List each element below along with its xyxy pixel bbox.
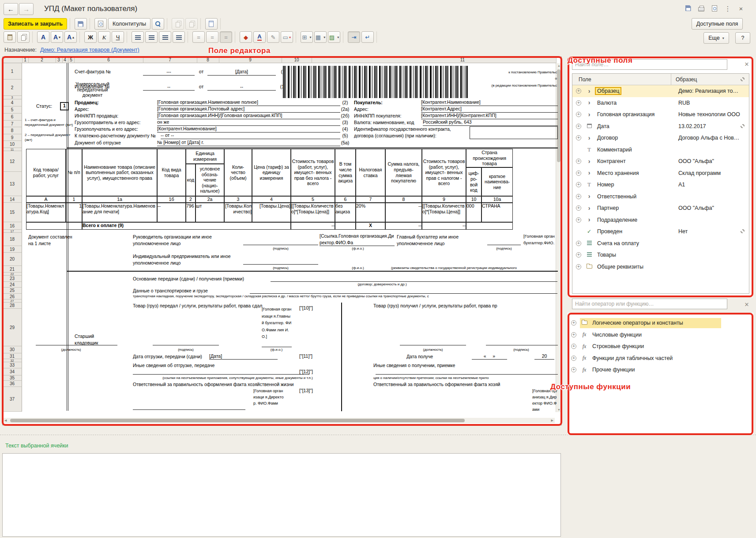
row-header-5[interactable]: 5 — [3, 106, 22, 114]
row-header[interactable]: 1234567891011121314151617181920212223242… — [3, 63, 22, 412]
format-copy-button[interactable] — [17, 31, 30, 43]
field-row-14[interactable]: +Счета на оплату — [572, 238, 749, 250]
insert-picture-button[interactable]: ▨▾ — [328, 31, 340, 43]
expand-plus-icon[interactable]: + — [576, 135, 581, 140]
field-label[interactable]: Место хранения — [597, 170, 639, 176]
copy-layout2-button[interactable] — [185, 18, 198, 30]
merge-cells-button[interactable]: ▦▾ — [314, 31, 327, 43]
column-header-4[interactable]: 4 — [64, 57, 66, 62]
field-row-15[interactable]: +Товары — [572, 249, 749, 261]
expand-plus-icon[interactable]: + — [576, 159, 581, 164]
row-header-34[interactable]: 34 — [3, 368, 22, 375]
print-icon[interactable] — [696, 5, 706, 13]
field-label[interactable]: Товары — [597, 252, 616, 258]
field-row-1[interactable]: +›ОбразецДемо: Реализация то… — [572, 85, 749, 97]
expand-plus-icon[interactable]: + — [571, 332, 576, 337]
expand-plus-icon[interactable]: + — [576, 252, 581, 258]
row-header-12[interactable]: 12 — [3, 151, 22, 172]
column-header-8[interactable]: 8 — [207, 57, 209, 62]
field-label[interactable]: Образец — [595, 87, 621, 95]
align-right-button[interactable] — [159, 31, 171, 43]
field-settings-icon[interactable] — [741, 123, 745, 129]
function-group-label[interactable]: Прочие функции — [592, 367, 635, 373]
function-group-5[interactable]: +fxПрочие функции — [568, 364, 753, 376]
column-header-11[interactable]: 11 — [460, 57, 465, 62]
field-row-12[interactable]: +›Подразделение — [572, 214, 749, 226]
row-header-31[interactable]: 31 — [3, 353, 22, 359]
scroll-right-icon[interactable]: ▶ — [551, 419, 553, 422]
row-header-32[interactable]: 32 — [3, 359, 22, 362]
field-search-input[interactable] — [572, 59, 727, 70]
field-label[interactable]: Номер — [597, 182, 614, 188]
field-row-11[interactable]: +›ПартнерООО "Альфа" — [572, 202, 749, 214]
expand-plus-icon[interactable]: + — [576, 264, 581, 269]
field-row-2[interactable]: +›ВалютаRUB — [572, 97, 749, 109]
row-header-13[interactable]: 13 — [3, 172, 22, 196]
function-group-2[interactable]: +fxЧисловые функции — [568, 329, 753, 341]
headers-footers-button[interactable]: Колонтитулы — [108, 18, 150, 30]
font-color-button[interactable]: А — [253, 31, 266, 43]
expand-plus-icon[interactable]: + — [576, 194, 581, 199]
scroll-up-icon[interactable]: ▲ — [557, 64, 560, 67]
fields-column-field[interactable]: Поле — [572, 74, 671, 85]
expand-plus-icon[interactable]: + — [576, 100, 581, 106]
function-group-label[interactable]: Функции для табличных частей — [592, 355, 673, 361]
row-header-7[interactable]: 7 — [3, 121, 22, 127]
cell-borders-button[interactable]: ⊞▾ — [301, 31, 313, 43]
row-header-29[interactable]: 29 — [3, 309, 22, 346]
align-justify-button[interactable] — [173, 31, 185, 43]
function-group-label[interactable]: Числовые функции — [592, 332, 642, 338]
row-header-2[interactable]: 2 — [3, 80, 22, 96]
column-header-1[interactable]: 1 — [24, 57, 26, 62]
valign-top-button[interactable]: = — [192, 31, 205, 43]
expand-plus-icon[interactable]: + — [576, 217, 581, 223]
row-header-11[interactable]: 11 — [3, 148, 22, 151]
horizontal-scrollbar[interactable]: ◀ ▶ — [3, 418, 555, 423]
expand-plus-icon[interactable]: + — [576, 241, 581, 246]
column-header-6[interactable]: 6 — [107, 57, 110, 62]
field-row-9[interactable]: +TНомерА1 — [572, 179, 749, 191]
row-header-23[interactable]: 23 — [3, 276, 22, 282]
function-group-3[interactable]: +fxСтроковые функции — [568, 341, 753, 352]
field-row-3[interactable]: +›Головная организацияНовые технологии О… — [572, 109, 749, 121]
row-header-25[interactable]: 25 — [3, 288, 22, 294]
clear-format-button[interactable]: ▭× — [281, 31, 293, 43]
row-header-6[interactable]: 6 — [3, 114, 22, 121]
field-row-4[interactable]: +Дата13.02.2017 — [572, 121, 749, 133]
bold-button[interactable]: Ж — [84, 31, 97, 43]
function-group-1[interactable]: +Логические операторы и константы — [568, 317, 753, 329]
row-header-16[interactable]: 16 — [3, 222, 22, 230]
field-label[interactable]: Партнер — [597, 205, 619, 211]
layout-editor-canvas[interactable]: 1234567891011 12345678910111213141516171… — [2, 57, 562, 425]
align-center-button[interactable] — [145, 31, 158, 43]
expand-plus-icon[interactable]: + — [576, 182, 581, 187]
row-header-15[interactable]: 15 — [3, 203, 22, 222]
row-header-20[interactable]: 20 — [3, 253, 22, 266]
field-label[interactable]: Комментарий — [597, 147, 632, 153]
row-header-37[interactable]: 37 — [3, 387, 22, 412]
horizontal-scrollbar-thumb[interactable] — [10, 419, 465, 422]
scroll-down-icon[interactable]: ▼ — [557, 408, 560, 411]
text-overflow-button[interactable]: ⇥ — [348, 31, 360, 43]
field-label[interactable]: Контрагент — [597, 158, 626, 164]
column-header-10[interactable]: 10 — [294, 57, 299, 62]
fields-list-header[interactable]: Поле Образец — [572, 74, 749, 85]
row-header-17[interactable]: 17 — [3, 230, 22, 233]
fields-settings-icon[interactable] — [741, 76, 745, 83]
field-label[interactable]: Проведен — [597, 228, 622, 235]
paste-icon-button[interactable] — [4, 31, 16, 43]
underline-button[interactable]: Ч — [112, 31, 124, 43]
row-header-10[interactable]: 10 — [3, 141, 22, 148]
field-row-10[interactable]: +›Ответственный — [572, 191, 749, 203]
fields-column-sample[interactable]: Образец — [671, 76, 741, 83]
scroll-left-icon[interactable]: ◀ — [4, 419, 7, 422]
function-search-clear-icon[interactable]: ✕ — [743, 301, 750, 308]
row-header-21[interactable]: 21 — [3, 266, 22, 273]
row-header-33[interactable]: 33 — [3, 362, 22, 368]
help-button[interactable]: ? — [735, 32, 750, 44]
align-left-button[interactable] — [132, 31, 144, 43]
field-label[interactable]: Головная организация — [597, 111, 654, 117]
expand-plus-icon[interactable]: + — [576, 205, 581, 211]
field-row-8[interactable]: +›Место храненияСклад программ — [572, 167, 749, 179]
italic-button[interactable]: К — [98, 31, 110, 43]
